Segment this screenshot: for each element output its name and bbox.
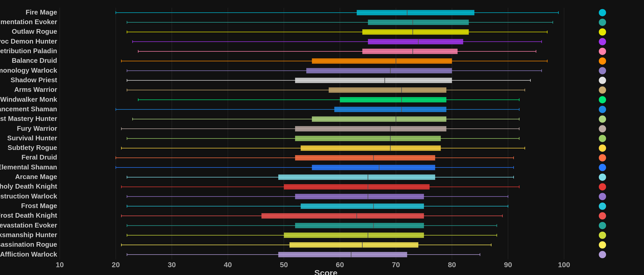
chart-canvas xyxy=(0,0,644,275)
chart-container xyxy=(0,0,644,275)
